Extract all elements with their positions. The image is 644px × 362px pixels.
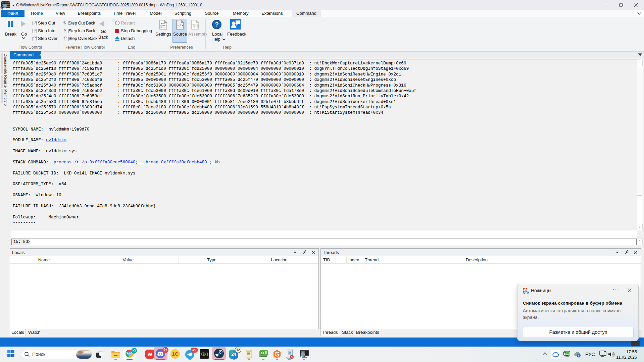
svg-text:</>: </>: [178, 24, 183, 28]
svg-text:e: e: [578, 354, 580, 358]
svg-text:0110I: 0110I: [193, 23, 199, 26]
svg-text:I0I0I: I0I0I: [193, 26, 199, 29]
